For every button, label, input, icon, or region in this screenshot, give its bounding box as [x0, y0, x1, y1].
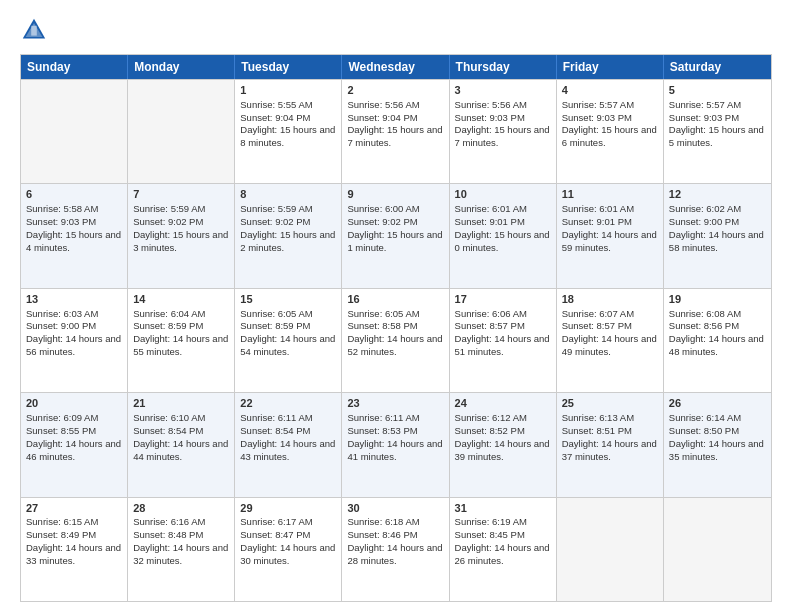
day-cell-4: 4Sunrise: 5:57 AMSunset: 9:03 PMDaylight…: [557, 80, 664, 183]
day-cell-29: 29Sunrise: 6:17 AMSunset: 8:47 PMDayligh…: [235, 498, 342, 601]
sunrise-text: Sunrise: 6:01 AM: [562, 203, 634, 214]
day-cell-24: 24Sunrise: 6:12 AMSunset: 8:52 PMDayligh…: [450, 393, 557, 496]
sunset-text: Sunset: 8:56 PM: [669, 320, 739, 331]
day-number: 3: [455, 83, 551, 98]
day-cell-1: 1Sunrise: 5:55 AMSunset: 9:04 PMDaylight…: [235, 80, 342, 183]
sunset-text: Sunset: 8:59 PM: [240, 320, 310, 331]
calendar-header: SundayMondayTuesdayWednesdayThursdayFrid…: [21, 55, 771, 79]
calendar-row-4: 20Sunrise: 6:09 AMSunset: 8:55 PMDayligh…: [21, 392, 771, 496]
day-cell-16: 16Sunrise: 6:05 AMSunset: 8:58 PMDayligh…: [342, 289, 449, 392]
day-number: 23: [347, 396, 443, 411]
empty-cell: [128, 80, 235, 183]
header-day-wednesday: Wednesday: [342, 55, 449, 79]
day-cell-20: 20Sunrise: 6:09 AMSunset: 8:55 PMDayligh…: [21, 393, 128, 496]
sunrise-text: Sunrise: 6:13 AM: [562, 412, 634, 423]
day-cell-23: 23Sunrise: 6:11 AMSunset: 8:53 PMDayligh…: [342, 393, 449, 496]
day-number: 13: [26, 292, 122, 307]
sunrise-text: Sunrise: 6:18 AM: [347, 516, 419, 527]
header-day-sunday: Sunday: [21, 55, 128, 79]
sunset-text: Sunset: 8:53 PM: [347, 425, 417, 436]
sunrise-text: Sunrise: 5:56 AM: [347, 99, 419, 110]
sunrise-text: Sunrise: 5:59 AM: [240, 203, 312, 214]
day-cell-10: 10Sunrise: 6:01 AMSunset: 9:01 PMDayligh…: [450, 184, 557, 287]
daylight-text: Daylight: 15 hours and 3 minutes.: [133, 229, 228, 253]
sunset-text: Sunset: 9:04 PM: [347, 112, 417, 123]
sunrise-text: Sunrise: 5:58 AM: [26, 203, 98, 214]
sunrise-text: Sunrise: 6:07 AM: [562, 308, 634, 319]
sunset-text: Sunset: 8:57 PM: [562, 320, 632, 331]
day-cell-12: 12Sunrise: 6:02 AMSunset: 9:00 PMDayligh…: [664, 184, 771, 287]
day-number: 1: [240, 83, 336, 98]
day-cell-31: 31Sunrise: 6:19 AMSunset: 8:45 PMDayligh…: [450, 498, 557, 601]
day-cell-14: 14Sunrise: 6:04 AMSunset: 8:59 PMDayligh…: [128, 289, 235, 392]
daylight-text: Daylight: 15 hours and 2 minutes.: [240, 229, 335, 253]
day-number: 22: [240, 396, 336, 411]
svg-rect-2: [31, 26, 37, 36]
day-number: 27: [26, 501, 122, 516]
sunrise-text: Sunrise: 6:01 AM: [455, 203, 527, 214]
calendar-row-3: 13Sunrise: 6:03 AMSunset: 9:00 PMDayligh…: [21, 288, 771, 392]
daylight-text: Daylight: 15 hours and 5 minutes.: [669, 124, 764, 148]
daylight-text: Daylight: 15 hours and 8 minutes.: [240, 124, 335, 148]
header-day-thursday: Thursday: [450, 55, 557, 79]
sunrise-text: Sunrise: 6:02 AM: [669, 203, 741, 214]
sunset-text: Sunset: 8:54 PM: [240, 425, 310, 436]
sunset-text: Sunset: 9:04 PM: [240, 112, 310, 123]
day-number: 24: [455, 396, 551, 411]
day-number: 12: [669, 187, 766, 202]
sunrise-text: Sunrise: 6:04 AM: [133, 308, 205, 319]
daylight-text: Daylight: 14 hours and 30 minutes.: [240, 542, 335, 566]
daylight-text: Daylight: 14 hours and 33 minutes.: [26, 542, 121, 566]
day-number: 10: [455, 187, 551, 202]
empty-cell: [21, 80, 128, 183]
header-day-saturday: Saturday: [664, 55, 771, 79]
sunset-text: Sunset: 9:00 PM: [669, 216, 739, 227]
day-number: 5: [669, 83, 766, 98]
daylight-text: Daylight: 14 hours and 56 minutes.: [26, 333, 121, 357]
day-number: 28: [133, 501, 229, 516]
daylight-text: Daylight: 14 hours and 41 minutes.: [347, 438, 442, 462]
day-number: 7: [133, 187, 229, 202]
sunrise-text: Sunrise: 5:59 AM: [133, 203, 205, 214]
header-day-monday: Monday: [128, 55, 235, 79]
daylight-text: Daylight: 14 hours and 48 minutes.: [669, 333, 764, 357]
header: [20, 16, 772, 44]
day-number: 25: [562, 396, 658, 411]
day-cell-19: 19Sunrise: 6:08 AMSunset: 8:56 PMDayligh…: [664, 289, 771, 392]
sunset-text: Sunset: 8:48 PM: [133, 529, 203, 540]
sunrise-text: Sunrise: 6:14 AM: [669, 412, 741, 423]
logo-icon: [20, 16, 48, 44]
daylight-text: Daylight: 14 hours and 52 minutes.: [347, 333, 442, 357]
day-number: 30: [347, 501, 443, 516]
sunrise-text: Sunrise: 6:03 AM: [26, 308, 98, 319]
daylight-text: Daylight: 14 hours and 59 minutes.: [562, 229, 657, 253]
daylight-text: Daylight: 14 hours and 46 minutes.: [26, 438, 121, 462]
day-cell-25: 25Sunrise: 6:13 AMSunset: 8:51 PMDayligh…: [557, 393, 664, 496]
sunset-text: Sunset: 9:03 PM: [26, 216, 96, 227]
sunset-text: Sunset: 9:03 PM: [562, 112, 632, 123]
day-number: 11: [562, 187, 658, 202]
header-day-tuesday: Tuesday: [235, 55, 342, 79]
daylight-text: Daylight: 14 hours and 54 minutes.: [240, 333, 335, 357]
day-number: 2: [347, 83, 443, 98]
day-cell-13: 13Sunrise: 6:03 AMSunset: 9:00 PMDayligh…: [21, 289, 128, 392]
daylight-text: Daylight: 14 hours and 55 minutes.: [133, 333, 228, 357]
sunrise-text: Sunrise: 6:15 AM: [26, 516, 98, 527]
sunrise-text: Sunrise: 5:57 AM: [562, 99, 634, 110]
logo: [20, 16, 52, 44]
day-cell-28: 28Sunrise: 6:16 AMSunset: 8:48 PMDayligh…: [128, 498, 235, 601]
daylight-text: Daylight: 15 hours and 0 minutes.: [455, 229, 550, 253]
daylight-text: Daylight: 15 hours and 1 minute.: [347, 229, 442, 253]
daylight-text: Daylight: 15 hours and 4 minutes.: [26, 229, 121, 253]
day-cell-9: 9Sunrise: 6:00 AMSunset: 9:02 PMDaylight…: [342, 184, 449, 287]
calendar-body: 1Sunrise: 5:55 AMSunset: 9:04 PMDaylight…: [21, 79, 771, 601]
day-cell-27: 27Sunrise: 6:15 AMSunset: 8:49 PMDayligh…: [21, 498, 128, 601]
daylight-text: Daylight: 14 hours and 26 minutes.: [455, 542, 550, 566]
sunset-text: Sunset: 8:55 PM: [26, 425, 96, 436]
day-cell-26: 26Sunrise: 6:14 AMSunset: 8:50 PMDayligh…: [664, 393, 771, 496]
sunset-text: Sunset: 9:01 PM: [562, 216, 632, 227]
sunset-text: Sunset: 8:47 PM: [240, 529, 310, 540]
sunset-text: Sunset: 8:59 PM: [133, 320, 203, 331]
sunrise-text: Sunrise: 6:12 AM: [455, 412, 527, 423]
day-number: 26: [669, 396, 766, 411]
